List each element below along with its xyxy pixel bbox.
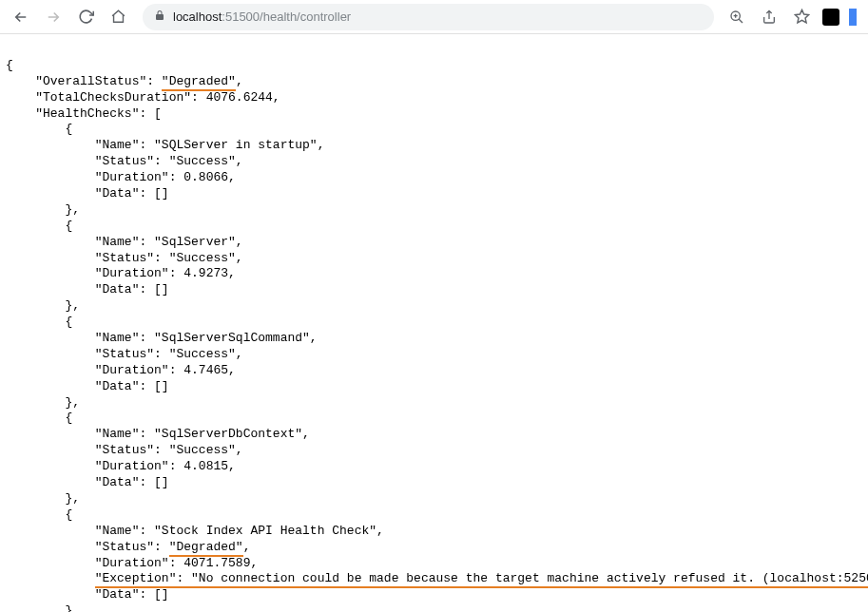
forward-button[interactable] xyxy=(40,4,67,30)
back-button[interactable] xyxy=(8,4,34,30)
reload-button[interactable] xyxy=(72,4,99,30)
check5-exception-line: "Exception": "No connection could be mad… xyxy=(95,571,868,588)
bookmark-star-icon[interactable] xyxy=(790,6,813,29)
address-bar[interactable]: localhost:51500/health/controller xyxy=(143,4,714,30)
overall-status-value: "Degraded" xyxy=(162,74,236,91)
share-icon[interactable] xyxy=(758,6,781,29)
extension-icon[interactable] xyxy=(822,9,839,26)
toolbar-right xyxy=(725,6,860,29)
json-response-body: { "OverallStatus": "Degraded", "TotalChe… xyxy=(0,34,868,612)
url-text: localhost:51500/health/controller xyxy=(173,10,351,24)
browser-toolbar: localhost:51500/health/controller xyxy=(0,0,868,34)
zoom-icon[interactable] xyxy=(725,6,748,29)
home-button[interactable] xyxy=(105,4,131,30)
lock-icon xyxy=(154,10,165,24)
svg-marker-1 xyxy=(795,10,808,22)
check5-status-value: "Degraded" xyxy=(169,540,243,557)
profile-indicator[interactable] xyxy=(849,9,857,26)
